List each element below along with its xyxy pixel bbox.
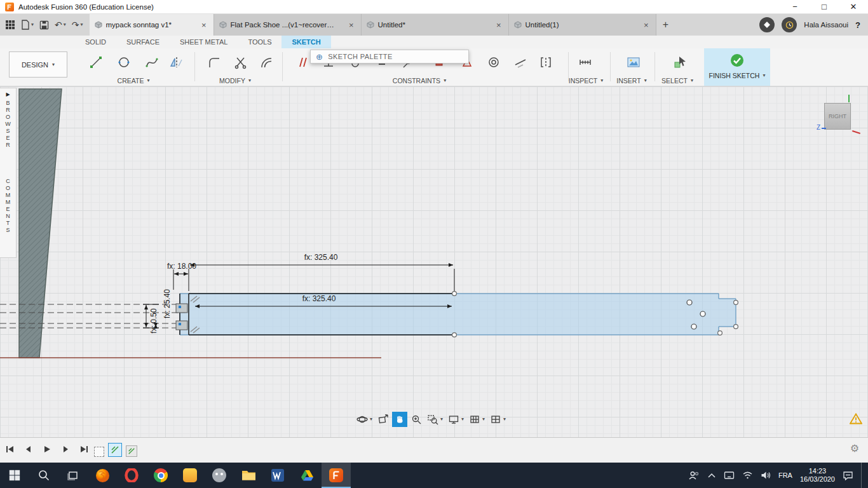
step-forward-button[interactable] xyxy=(60,444,71,454)
hidden-icons-chevron-icon[interactable] xyxy=(707,472,716,478)
fillet-tool-icon[interactable] xyxy=(205,53,224,72)
create-group-dropdown[interactable]: CREATE▾ xyxy=(102,77,165,85)
parallel-constraint-icon[interactable] xyxy=(292,53,311,72)
sketch-geometry[interactable] xyxy=(0,86,868,437)
constraints-group-dropdown[interactable]: CONSTRAINTS▾ xyxy=(381,77,458,85)
doc-tab-3[interactable]: Untitled* × xyxy=(362,14,509,36)
symmetry-constraint-icon[interactable] xyxy=(536,53,555,72)
save-icon[interactable] xyxy=(39,20,49,30)
app-launcher-icon[interactable] xyxy=(5,20,15,30)
sketch-profile[interactable] xyxy=(180,294,736,335)
circle-tool-icon[interactable] xyxy=(114,53,133,72)
line-tool-icon[interactable] xyxy=(86,53,105,72)
trim-tool-icon[interactable] xyxy=(231,53,250,72)
dim-label-top[interactable]: fx: 325.40 xyxy=(289,253,353,262)
offset-tool-icon[interactable] xyxy=(257,53,276,72)
doc-tab-1[interactable]: mypack sonntag v1* × xyxy=(90,14,214,36)
zoom-window-button[interactable]: ▾ xyxy=(425,412,445,427)
insert-group-dropdown[interactable]: INSERT▾ xyxy=(611,77,652,85)
tab-solid[interactable]: SOLID xyxy=(75,36,116,48)
tab-sketch[interactable]: SKETCH xyxy=(281,36,330,48)
expand-arrow-icon[interactable]: ▶ xyxy=(6,92,10,97)
file-explorer-icon[interactable] xyxy=(234,463,263,488)
taskbar-clock[interactable]: 14:23 16/03/2020 xyxy=(800,467,835,484)
people-icon[interactable] xyxy=(688,470,700,480)
look-at-button[interactable] xyxy=(376,412,391,427)
pan-button[interactable] xyxy=(392,412,407,427)
display-settings-button[interactable]: ▾ xyxy=(446,412,466,427)
modify-group-dropdown[interactable]: MODIFY▾ xyxy=(203,77,267,85)
collinear-constraint-icon[interactable] xyxy=(511,53,530,72)
zoom-button[interactable] xyxy=(409,412,424,427)
action-center-icon[interactable] xyxy=(843,471,853,480)
dimension-small[interactable] xyxy=(173,269,188,290)
tab-sheet-metal[interactable]: SHEET METAL xyxy=(170,36,238,48)
task-view-icon[interactable] xyxy=(58,463,88,488)
go-to-start-button[interactable] xyxy=(5,444,15,454)
close-tab-icon[interactable]: × xyxy=(347,20,356,30)
media-app-icon[interactable] xyxy=(175,463,205,488)
finish-sketch-button[interactable]: FINISH SKETCH▾ xyxy=(704,48,770,86)
undo-icon[interactable]: ↶▾ xyxy=(55,20,66,30)
go-to-end-button[interactable] xyxy=(79,444,89,454)
extensions-icon[interactable] xyxy=(759,17,775,32)
dim-label-height[interactable]: fx: 25.40 xyxy=(163,281,172,326)
taskbar-search-icon[interactable] xyxy=(29,463,58,488)
close-tab-icon[interactable]: × xyxy=(200,20,208,30)
close-tab-icon[interactable]: × xyxy=(642,20,651,30)
firefox-icon[interactable] xyxy=(88,463,117,488)
dim-label-small[interactable]: fx: 18.00 xyxy=(158,262,206,271)
word-icon[interactable] xyxy=(263,463,292,488)
select-group-dropdown[interactable]: SELECT▾ xyxy=(657,77,698,85)
timeline-sketch-feature-selected[interactable] xyxy=(108,443,122,457)
concentric-constraint-icon[interactable] xyxy=(484,53,503,72)
tablet-icon[interactable] xyxy=(724,471,735,480)
network-wifi-icon[interactable] xyxy=(742,471,753,480)
doc-tab-4[interactable]: Untitled(1) × xyxy=(509,14,656,36)
body-section[interactable] xyxy=(19,89,62,358)
browser-panel-toggle[interactable]: BROWSER xyxy=(5,100,11,149)
user-name[interactable]: Hala Aissaoui xyxy=(804,21,848,29)
select-tool-icon[interactable] xyxy=(671,53,690,72)
start-button[interactable] xyxy=(0,463,29,488)
language-indicator[interactable]: FRA xyxy=(778,471,792,479)
sketch-palette-panel[interactable]: ⊕ SKETCH PALETTE xyxy=(310,50,469,64)
grid-snap-button[interactable]: ▾ xyxy=(467,412,487,427)
step-back-button[interactable] xyxy=(24,444,34,454)
close-tab-icon[interactable]: × xyxy=(494,20,503,30)
viewports-button[interactable]: ▾ xyxy=(488,412,508,427)
close-button[interactable]: ✕ xyxy=(839,0,868,13)
tab-surface[interactable]: SURFACE xyxy=(116,36,170,48)
measure-tool-icon[interactable] xyxy=(576,53,595,72)
file-menu-icon[interactable]: ▾ xyxy=(21,20,34,30)
timeline-sketch-feature[interactable] xyxy=(126,445,137,457)
workspace-selector[interactable]: DESIGN▾ xyxy=(9,51,67,78)
orbit-button[interactable]: ▾ xyxy=(355,412,374,427)
timeline-marker[interactable] xyxy=(94,447,104,457)
dim-label-thickness[interactable]: fx: 0.50 xyxy=(149,302,158,339)
timeline-settings-gear-icon[interactable]: ⚙ xyxy=(850,444,859,454)
doc-tab-2[interactable]: Flat Pack Shoe ...(v1~recovered)* × xyxy=(214,14,362,36)
show-desktop-button[interactable] xyxy=(861,463,864,488)
volume-icon[interactable] xyxy=(761,471,771,480)
minimize-button[interactable]: − xyxy=(780,0,810,13)
dim-label-mid[interactable]: fx: 325.40 xyxy=(287,294,351,303)
gimp-icon[interactable] xyxy=(205,463,234,488)
fusion360-taskbar-icon[interactable] xyxy=(322,463,351,488)
play-button[interactable] xyxy=(42,444,52,454)
maximize-button[interactable]: □ xyxy=(810,0,839,13)
tab-tools[interactable]: TOOLS xyxy=(238,36,281,48)
drive-icon[interactable] xyxy=(292,463,322,488)
spline-tool-icon[interactable] xyxy=(142,53,161,72)
dimension-top[interactable] xyxy=(189,265,454,292)
job-status-icon[interactable] xyxy=(782,17,797,32)
warning-icon[interactable] xyxy=(850,413,862,424)
inspect-group-dropdown[interactable]: INSPECT▾ xyxy=(566,77,606,85)
redo-icon[interactable]: ↷▾ xyxy=(72,20,83,30)
mirror-tool-icon[interactable] xyxy=(166,53,186,72)
comments-panel-toggle[interactable]: COMMENTS xyxy=(5,178,11,234)
chrome-icon[interactable] xyxy=(146,463,175,488)
view-cube[interactable]: RIGHT xyxy=(824,103,851,130)
new-tab-button[interactable]: + xyxy=(656,14,675,36)
model-canvas[interactable]: ▶ BROWSER COMMENTS fx: 325.40 fx: 18.00 … xyxy=(0,86,868,437)
